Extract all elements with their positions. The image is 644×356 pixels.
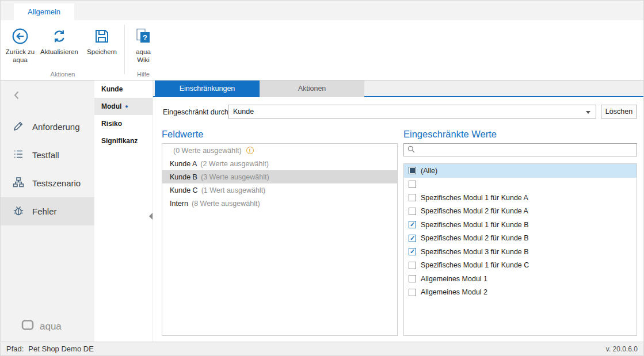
svg-text:?: ? xyxy=(143,33,147,42)
checkbox-checked[interactable]: ✓ xyxy=(409,235,416,242)
werte-item[interactable]: ✓Spezifisches Modul 2 für Kunde B xyxy=(404,232,637,246)
feldwert-item[interactable]: Kunde B(3 Werte ausgewählt) xyxy=(162,170,397,183)
sidebar-item-label: Anforderung xyxy=(32,122,80,132)
ribbon-group-label-hilfe: Hilfe xyxy=(127,71,160,78)
werte-label: Spezifisches Modul 2 für Kunde B xyxy=(421,234,529,242)
werte-label: Spezifisches Modul 1 für Kunde B xyxy=(421,221,529,229)
tab-aktionen[interactable]: Aktionen xyxy=(260,81,364,97)
checkbox-checked[interactable]: ✓ xyxy=(409,221,416,228)
testcase-icon xyxy=(12,148,25,162)
back-to-aqua-button[interactable]: Zurück zu aqua xyxy=(5,24,35,64)
ribbon: Zurück zu aqua Aktualisieren xyxy=(1,20,643,81)
save-button[interactable]: Speichern xyxy=(83,24,120,56)
feldwert-item[interactable]: (0 Werte ausgewählt)! xyxy=(162,144,397,157)
eingeschraenkte-werte-heading: Eingeschränkte Werte xyxy=(403,129,497,140)
main-panel: Einschränkungen Aktionen Eingeschränkt d… xyxy=(153,81,643,342)
feldwert-item[interactable]: Intern(8 Werte ausgewählt) xyxy=(162,197,397,210)
werte-item[interactable]: (Alle) xyxy=(404,164,637,178)
werte-list: (Alle)Spezifisches Modul 1 für Kunde ASp… xyxy=(403,163,637,336)
category-label: Kunde xyxy=(101,85,123,93)
category-item[interactable]: Signifikanz xyxy=(94,132,153,150)
category-item[interactable]: Kunde xyxy=(94,81,153,98)
werte-label: Spezifisches Modul 2 für Kunde A xyxy=(421,207,528,215)
feldwert-name: Kunde B xyxy=(170,173,197,181)
tab-allgemein[interactable]: Allgemein xyxy=(14,3,74,20)
checkbox-fill xyxy=(410,168,415,173)
status-bar: Pfad: Pet Shop Demo DE v. 20.0.6.0 xyxy=(1,342,643,355)
checkbox-unchecked[interactable] xyxy=(409,194,416,201)
werte-item[interactable]: Allgemeines Modul 2 xyxy=(404,286,637,300)
feldwert-name: Kunde C xyxy=(170,186,198,194)
werte-item[interactable] xyxy=(404,178,637,192)
feldwert-name: Kunde A xyxy=(170,160,197,168)
werte-item[interactable]: Allgemeines Modul 1 xyxy=(404,272,637,286)
feldwerte-heading: Feldwerte xyxy=(162,129,203,140)
testscenario-icon xyxy=(12,176,25,190)
checkbox-unchecked[interactable] xyxy=(409,275,416,282)
sidebar-item-testfall[interactable]: Testfall xyxy=(1,141,94,169)
bug-icon xyxy=(12,204,25,219)
sidebar-item-label: Testfall xyxy=(32,150,59,160)
back-to-aqua-label: Zurück zu aqua xyxy=(5,48,35,64)
category-label: Risiko xyxy=(101,120,122,128)
tab-einschraenkungen[interactable]: Einschränkungen xyxy=(155,81,260,97)
werte-item[interactable]: ✓Spezifisches Modul 3 für Kunde B xyxy=(404,245,637,259)
feldwert-count: (0 Werte ausgewählt) xyxy=(173,147,242,155)
feldwert-count: (2 Werte ausgewählt) xyxy=(200,160,269,168)
restricted-by-label: Eingeschränkt durch: xyxy=(163,108,230,116)
panel-collapse-arrow-icon[interactable] xyxy=(149,213,153,220)
checkbox-unchecked[interactable] xyxy=(409,208,416,215)
sidebar: Anforderung Testfall Testszenario xyxy=(1,81,94,342)
save-label: Speichern xyxy=(87,48,117,56)
feldwert-item[interactable]: Kunde A(2 Werte ausgewählt) xyxy=(162,157,397,170)
feldwert-count: (1 Wert ausgewählt) xyxy=(201,186,266,194)
document-tab-strip: Einschränkungen Aktionen xyxy=(153,81,643,97)
requirement-icon xyxy=(12,120,25,134)
ribbon-tab-bar: Allgemein xyxy=(1,1,643,20)
help-icon: ? xyxy=(135,26,152,47)
ribbon-separator xyxy=(124,25,125,74)
werte-label: Allgemeines Modul 2 xyxy=(421,288,487,296)
path-label: Pfad: xyxy=(6,344,24,353)
sidebar-items: Anforderung Testfall Testszenario xyxy=(1,113,94,225)
sidebar-item-label: Fehler xyxy=(32,206,57,216)
werte-label: Allgemeines Modul 1 xyxy=(421,275,487,283)
werte-item[interactable]: Spezifisches Modul 1 für Kunde C xyxy=(404,259,637,273)
search-icon xyxy=(407,145,415,155)
sidebar-collapse-chevron-icon[interactable] xyxy=(13,90,20,102)
category-item[interactable]: Risiko xyxy=(94,115,153,132)
werte-item[interactable]: ✓Spezifisches Modul 1 für Kunde B xyxy=(404,218,637,232)
werte-item[interactable]: Spezifisches Modul 2 für Kunde A xyxy=(404,205,637,219)
refresh-button[interactable]: Aktualisieren xyxy=(35,24,83,56)
werte-label: Spezifisches Modul 1 für Kunde C xyxy=(421,261,529,269)
path-value: Pet Shop Demo DE xyxy=(28,344,93,353)
werte-item[interactable]: Spezifisches Modul 1 für Kunde A xyxy=(404,191,637,205)
aqua-logo-icon xyxy=(21,319,35,334)
feldwert-item[interactable]: Kunde C(1 Wert ausgewählt) xyxy=(162,183,397,197)
restricted-by-combobox[interactable]: Kunde xyxy=(228,105,596,118)
version-label: v. 20.0.6.0 xyxy=(606,345,638,353)
werte-search-box[interactable] xyxy=(403,143,637,156)
search-input[interactable] xyxy=(418,146,637,154)
sidebar-item-testszenario[interactable]: Testszenario xyxy=(1,169,94,197)
feldwerte-list: (0 Werte ausgewählt)!Kunde A(2 Werte aus… xyxy=(162,143,398,336)
werte-label: (Alle) xyxy=(421,167,437,175)
sidebar-item-anforderung[interactable]: Anforderung xyxy=(1,113,94,141)
category-item[interactable]: Modul● xyxy=(94,98,153,115)
category-label: Modul xyxy=(101,102,121,110)
checkbox-checked[interactable]: ✓ xyxy=(409,248,416,255)
feldwert-count: (8 Werte ausgewählt) xyxy=(192,200,260,208)
combobox-value: Kunde xyxy=(233,108,254,116)
app-window: Allgemein Zurück zu aqua xyxy=(0,0,644,356)
sidebar-item-label: Testszenario xyxy=(32,178,81,188)
aqua-wiki-button[interactable]: ? aqua Wiki xyxy=(129,24,158,64)
checkbox-unchecked[interactable] xyxy=(409,181,416,188)
save-icon xyxy=(94,26,110,47)
warning-icon: ! xyxy=(246,147,254,154)
sidebar-item-fehler[interactable]: Fehler xyxy=(1,197,94,225)
delete-button[interactable]: Löschen xyxy=(601,105,637,118)
aqua-logo-text: aqua xyxy=(40,321,62,332)
checkbox-unchecked[interactable] xyxy=(409,262,416,269)
checkbox-unchecked[interactable] xyxy=(409,289,416,296)
checkbox-indeterminate[interactable] xyxy=(409,167,416,174)
